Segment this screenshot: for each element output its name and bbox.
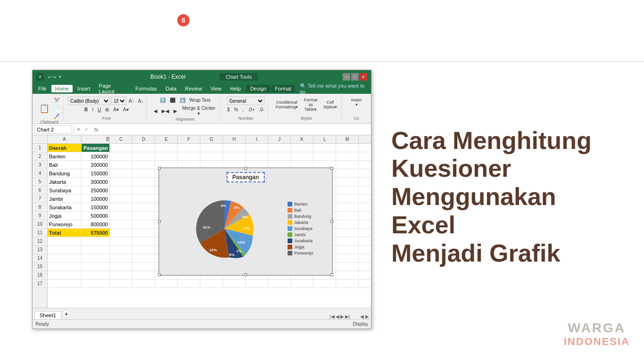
font-family-select[interactable]: Calibri (Body) <box>68 97 110 105</box>
cell-a-2[interactable]: Banten <box>48 152 82 160</box>
formula-input[interactable] <box>100 125 369 134</box>
cell-c-8[interactable] <box>110 203 132 211</box>
col-header-e[interactable]: E <box>155 135 178 143</box>
row-number-11[interactable]: 11 <box>33 229 47 237</box>
cell-m-13[interactable] <box>336 246 359 254</box>
resize-handle-t[interactable] <box>244 167 247 170</box>
cell-b-14[interactable] <box>82 254 110 262</box>
cell-j-1[interactable] <box>268 144 291 152</box>
cell-a-6[interactable]: Surabaya <box>48 186 82 194</box>
row-number-16[interactable]: 16 <box>33 271 47 280</box>
increase-decimal-button[interactable]: .0+ <box>247 106 256 113</box>
maximize-button[interactable]: □ <box>351 73 359 81</box>
col-header-m[interactable]: M <box>336 135 359 143</box>
cell-a-1[interactable]: Daerah <box>48 144 82 152</box>
row-number-7[interactable]: 7 <box>33 195 47 203</box>
row-number-1[interactable]: 1 <box>33 144 47 152</box>
cell-c-6[interactable] <box>110 186 132 194</box>
cell-a-5[interactable]: Jakarta <box>48 178 82 186</box>
bold-button[interactable]: B <box>83 106 89 113</box>
row-number-13[interactable]: 13 <box>33 246 47 254</box>
cell-b-7[interactable]: 100000 <box>82 195 110 203</box>
cell-a-7[interactable]: Jambi <box>48 195 82 203</box>
percent-button[interactable]: % <box>232 106 239 113</box>
italic-button[interactable]: I <box>91 106 95 113</box>
cell-d-1[interactable] <box>132 144 155 152</box>
cell-b-15[interactable] <box>82 263 110 271</box>
cell-b-2[interactable]: 100000 <box>82 152 110 160</box>
menu-design[interactable]: Design <box>247 85 270 92</box>
cell-i-2[interactable] <box>246 152 268 160</box>
format-painter-button[interactable]: 🖌️ <box>52 113 61 120</box>
cell-d-9[interactable] <box>132 212 155 220</box>
cell-d-17[interactable] <box>132 280 155 288</box>
col-header-h[interactable]: H <box>223 135 246 143</box>
cell-m-8[interactable] <box>336 203 359 211</box>
menu-file[interactable]: File <box>34 85 50 92</box>
col-header-a[interactable]: A <box>48 135 82 143</box>
copy-button[interactable]: 📄 <box>52 105 61 112</box>
wrap-text-button[interactable]: Wrap Text <box>188 97 212 104</box>
cut-button[interactable]: ✂️ <box>52 97 61 104</box>
cell-d-15[interactable] <box>132 263 155 271</box>
cell-d-6[interactable] <box>132 186 155 194</box>
scroll-next-button[interactable]: ▶ <box>340 314 344 319</box>
cell-c-11[interactable] <box>110 229 132 237</box>
sheet-tab-sheet1[interactable]: Sheet1 <box>34 311 61 319</box>
cell-d-13[interactable] <box>132 246 155 254</box>
scroll-first-button[interactable]: |◀ <box>330 314 335 319</box>
cell-c-7[interactable] <box>110 195 132 203</box>
align-top-button[interactable]: ⬆️ <box>158 97 167 104</box>
resize-handle-br[interactable] <box>330 273 333 276</box>
cell-m-15[interactable] <box>336 263 359 271</box>
cell-e-2[interactable] <box>155 152 178 160</box>
cell-c-13[interactable] <box>110 246 132 254</box>
cell-d-8[interactable] <box>132 203 155 211</box>
cell-c-17[interactable] <box>110 280 132 288</box>
row-number-8[interactable]: 8 <box>33 203 47 212</box>
merge-center-button[interactable]: Merge & Center ▾ <box>180 105 217 117</box>
menu-page-layout[interactable]: Page Layout <box>95 82 131 95</box>
col-header-j[interactable]: J <box>268 135 291 143</box>
cell-c-10[interactable] <box>110 220 132 228</box>
row-number-14[interactable]: 14 <box>33 254 47 263</box>
cell-d-12[interactable] <box>132 237 155 245</box>
cell-i-17[interactable] <box>246 280 268 288</box>
underline-button[interactable]: U <box>96 106 102 113</box>
cell-a-13[interactable] <box>48 246 82 254</box>
currency-button[interactable]: $ <box>226 106 231 113</box>
cell-a-14[interactable] <box>48 254 82 262</box>
menu-data[interactable]: Data <box>162 85 180 92</box>
menu-review[interactable]: Review <box>181 85 206 92</box>
col-header-g[interactable]: G <box>200 135 223 143</box>
minimize-button[interactable]: — <box>343 73 350 81</box>
close-button[interactable]: ✕ <box>360 73 367 81</box>
cell-l-17[interactable] <box>314 280 336 288</box>
cell-m-7[interactable] <box>336 195 359 203</box>
cell-g-1[interactable] <box>200 144 223 152</box>
cell-a-4[interactable]: Bandung <box>48 169 82 177</box>
menu-formulas[interactable]: Formulas <box>132 85 161 92</box>
cell-b-11[interactable]: 575000 <box>82 229 110 237</box>
row-number-17[interactable]: 17 <box>33 280 47 288</box>
cell-c-16[interactable] <box>110 271 132 279</box>
cell-h-1[interactable] <box>223 144 246 152</box>
col-header-b[interactable]: B <box>82 135 110 143</box>
cell-k-17[interactable] <box>291 280 314 288</box>
cell-a-3[interactable]: Bali <box>48 161 82 169</box>
cell-j-17[interactable] <box>268 280 291 288</box>
paste-button[interactable]: 📋 <box>38 102 51 115</box>
cell-c-12[interactable] <box>110 237 132 245</box>
menu-help[interactable]: Help <box>226 85 245 92</box>
cell-styles-button[interactable]: CellStyles▾ <box>322 99 339 110</box>
resize-handle-b[interactable] <box>244 273 247 276</box>
cell-b-1[interactable]: Pasangan <box>82 144 110 152</box>
cell-b-12[interactable] <box>82 237 110 245</box>
decrease-decimal-button[interactable]: .0- <box>257 106 266 113</box>
col-header-k[interactable]: K <box>291 135 314 143</box>
resize-handle-tr[interactable] <box>330 167 333 170</box>
cell-a-15[interactable] <box>48 263 82 271</box>
menu-insert[interactable]: Insert <box>74 85 94 92</box>
increase-font-button[interactable]: A↑ <box>127 98 136 105</box>
cell-e-17[interactable] <box>155 280 178 288</box>
